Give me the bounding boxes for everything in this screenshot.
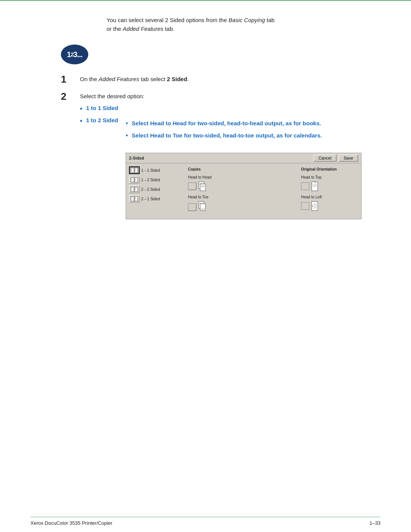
head-to-toe-section: Head to Toe <box>188 194 297 213</box>
head-to-top-section: Head to Top <box>301 174 358 191</box>
option-2to2-label: 2→2 Sided <box>141 187 160 192</box>
footer-left: Xerox DocuColor 3535 Printer/Copier <box>30 520 112 526</box>
svg-rect-34 <box>312 182 318 191</box>
head-to-top-icon <box>311 181 319 191</box>
copies-label: Copies <box>188 166 297 172</box>
svg-text:≡: ≡ <box>135 178 137 181</box>
svg-rect-23 <box>200 184 206 191</box>
footer: Xerox DocuColor 3535 Printer/Copier 1–33 <box>0 517 411 532</box>
option-1to2-label: 1→2 Sided <box>141 177 160 183</box>
intro-paragraph: You can select several 2 Sided options f… <box>107 16 381 33</box>
steps-container: 1 On the Added Features tab select 2 Sid… <box>61 75 381 219</box>
head-to-left-label: Head to Left <box>301 194 358 200</box>
head-to-head-section: Head to Head <box>188 174 297 191</box>
bullet-1to2: 1 to 2 Sided Select Head to Head for two… <box>80 116 381 144</box>
sub-bullet-list: Select Head to Head for two-sided, head-… <box>126 119 322 144</box>
svg-text:≡: ≡ <box>132 169 133 171</box>
icon-2to2: ≡ ≡ ≡ ≡ <box>129 185 140 193</box>
ui-right-panel: Original Orientation Head to Top <box>301 166 358 216</box>
orig-orient-label: Original Orientation <box>301 166 358 172</box>
save-button[interactable]: Save <box>339 155 358 161</box>
svg-text:≡: ≡ <box>135 169 137 171</box>
option-1to1-label: 1→1 Sided <box>141 168 160 173</box>
head-to-toe-icon <box>198 201 207 211</box>
footer-content: Xerox DocuColor 3535 Printer/Copier 1–33 <box>0 517 411 532</box>
head-to-left-row <box>301 201 358 211</box>
step-2-number: 2 <box>61 91 80 102</box>
step-1-content: On the Added Features tab select 2 Sided… <box>80 75 381 84</box>
head-to-head-icon <box>198 181 207 191</box>
head-to-top-label: Head to Top <box>301 174 358 180</box>
main-bullet-list: 1 to 1 Sided 1 to 2 Sided Select Head to… <box>80 104 381 144</box>
option-1to1[interactable]: ≡ ≡ 1→1 Sided <box>129 166 184 174</box>
head-to-top-btn[interactable] <box>301 182 309 190</box>
head-to-head-btn[interactable] <box>188 182 196 190</box>
bullet-1to1: 1 to 1 Sided <box>80 104 381 114</box>
option-2to1[interactable]: ≡ ≡ ≡ 2→1 Sided <box>129 195 184 203</box>
footer-right: 1–33 <box>370 520 381 526</box>
head-to-toe-btn[interactable] <box>188 203 196 211</box>
head-to-head-label: Head to Head <box>188 174 297 180</box>
ui-screenshot: 2-Sided Cancel Save <box>126 153 362 219</box>
svg-text:≡: ≡ <box>132 178 133 181</box>
head-to-top-row <box>301 181 358 191</box>
svg-rect-31 <box>200 204 206 211</box>
head-to-toe-row <box>188 201 297 213</box>
ui-body: ≡ ≡ 1→1 Sided <box>126 163 361 219</box>
ui-center-panel: Copies Head to Head <box>188 166 297 216</box>
step-2: 2 Select the desired option: 1 to 1 Side… <box>61 92 381 219</box>
head-to-left-btn[interactable] <box>301 202 309 210</box>
ui-title: 2-Sided <box>129 155 144 161</box>
icon-2to1: ≡ ≡ ≡ <box>129 195 140 203</box>
option-2to2[interactable]: ≡ ≡ ≡ ≡ 2→2 Sided <box>129 185 184 193</box>
sub-bullet-head-to-toe: Select Head to Toe for two-sided, head-t… <box>126 131 322 140</box>
option-2to1-label: 2→1 Sided <box>141 196 160 202</box>
svg-text:≡: ≡ <box>135 197 137 200</box>
step-1-number: 1 <box>61 73 80 85</box>
head-to-left-section: Head to Left <box>301 194 358 211</box>
ui-titlebar-buttons: Cancel Save <box>314 155 358 161</box>
ui-left-panel: ≡ ≡ 1→1 Sided <box>129 166 184 216</box>
steps-badge: 123... <box>61 45 88 64</box>
head-to-left-icon <box>311 201 319 211</box>
icon-1to1: ≡ ≡ <box>129 166 140 174</box>
head-to-toe-label: Head to Toe <box>188 194 297 200</box>
cancel-button[interactable]: Cancel <box>314 155 336 161</box>
head-to-head-row <box>188 181 297 191</box>
step-1: 1 On the Added Features tab select 2 Sid… <box>61 75 381 85</box>
icon-1to2: ≡ ≡ <box>129 176 140 184</box>
ui-titlebar: 2-Sided Cancel Save <box>126 153 361 163</box>
step-2-content: Select the desired option: 1 to 1 Sided … <box>80 92 381 219</box>
option-1to2[interactable]: ≡ ≡ 1→2 Sided <box>129 176 184 184</box>
sub-bullet-head-to-head: Select Head to Head for two-sided, head-… <box>126 119 322 128</box>
